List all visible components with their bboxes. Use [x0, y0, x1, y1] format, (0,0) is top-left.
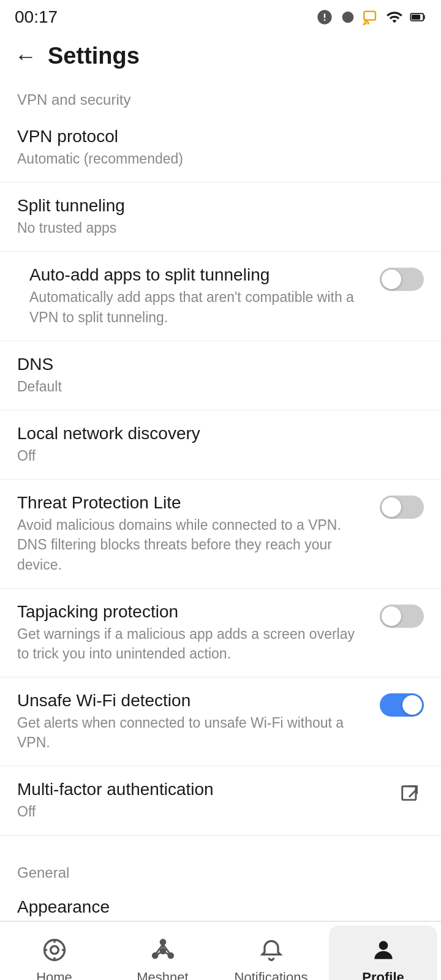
svg-rect-1	[364, 12, 375, 20]
tapjacking-toggle[interactable]	[380, 605, 424, 628]
toggle-knob	[382, 497, 401, 517]
external-link-icon	[398, 782, 424, 808]
svg-point-7	[44, 940, 64, 960]
tapjacking-subtitle: Get warnings if a malicious app adds a s…	[17, 624, 368, 663]
svg-point-22	[379, 941, 388, 950]
appearance-title: Appearance	[17, 897, 424, 917]
page-title: Settings	[48, 43, 140, 69]
threat-protection-title: Threat Protection Lite	[17, 493, 368, 513]
bottom-nav: Home Meshnet Notification	[0, 921, 441, 980]
back-button[interactable]: ←	[15, 43, 37, 69]
battery-icon	[409, 9, 426, 26]
cast-icon	[363, 9, 380, 26]
svg-rect-4	[412, 15, 420, 20]
toggle-knob	[382, 606, 401, 626]
tapjacking-title: Tapjacking protection	[17, 602, 368, 622]
threat-protection-item[interactable]: Threat Protection Lite Avoid malicious d…	[0, 480, 441, 589]
dns-title: DNS	[17, 355, 412, 374]
general-section: General Appearance	[0, 853, 441, 921]
notifications-icon	[257, 935, 286, 965]
nav-item-home[interactable]: Home	[0, 922, 108, 980]
auto-add-apps-subtitle: Automatically add apps that aren't compa…	[29, 287, 368, 326]
section-label-general: General	[0, 853, 441, 886]
unsafe-wifi-title: Unsafe Wi-Fi detection	[17, 691, 368, 710]
mfa-title: Multi-factor authentication	[17, 780, 386, 799]
appearance-item[interactable]: Appearance	[0, 886, 441, 921]
circle-icon	[339, 9, 356, 26]
status-bar: 00:17	[0, 0, 441, 32]
status-time: 00:17	[15, 7, 58, 27]
status-icons	[316, 9, 426, 26]
toggle-knob	[382, 270, 401, 289]
alert-icon	[316, 9, 333, 26]
nav-label-meshnet: Meshnet	[137, 970, 188, 980]
auto-add-apps-item[interactable]: Auto-add apps to split tunneling Automat…	[0, 252, 441, 341]
auto-add-apps-title: Auto-add apps to split tunneling	[29, 265, 368, 285]
unsafe-wifi-subtitle: Get alerts when connected to unsafe Wi-F…	[17, 713, 368, 752]
mfa-item[interactable]: Multi-factor authentication Off	[0, 766, 441, 835]
svg-point-8	[50, 946, 58, 954]
local-network-title: Local network discovery	[17, 424, 412, 443]
dns-subtitle: Default	[17, 377, 412, 396]
vpn-protocol-subtitle: Automatic (recommended)	[17, 149, 412, 168]
svg-point-0	[342, 12, 354, 23]
svg-point-2	[363, 23, 366, 26]
unsafe-wifi-toggle[interactable]	[380, 693, 424, 717]
meshnet-icon	[148, 935, 178, 965]
svg-point-13	[160, 940, 165, 944]
auto-add-apps-toggle[interactable]	[380, 268, 424, 291]
nav-item-notifications[interactable]: Notifications	[217, 922, 325, 980]
profile-icon	[369, 935, 398, 965]
split-tunneling-subtitle: No trusted apps	[17, 218, 412, 238]
local-network-subtitle: Off	[17, 446, 412, 466]
nav-label-home: Home	[36, 970, 72, 980]
nav-item-profile[interactable]: Profile	[329, 925, 437, 980]
tapjacking-item[interactable]: Tapjacking protection Get warnings if a …	[0, 589, 441, 677]
nav-item-meshnet[interactable]: Meshnet	[108, 922, 217, 980]
nav-label-profile: Profile	[362, 970, 404, 980]
nav-label-notifications: Notifications	[235, 970, 308, 980]
unsafe-wifi-item[interactable]: Unsafe Wi-Fi detection Get alerts when c…	[0, 677, 441, 766]
home-icon	[40, 935, 69, 965]
toggle-knob	[402, 695, 422, 715]
local-network-item[interactable]: Local network discovery Off	[0, 410, 441, 480]
dns-item[interactable]: DNS Default	[0, 341, 441, 410]
wifi-icon	[386, 9, 403, 26]
settings-list-vpn: VPN protocol Automatic (recommended) Spl…	[0, 113, 441, 836]
vpn-protocol-item[interactable]: VPN protocol Automatic (recommended)	[0, 113, 441, 183]
vpn-protocol-title: VPN protocol	[17, 127, 412, 146]
mfa-subtitle: Off	[17, 802, 386, 821]
section-label-vpn: VPN and security	[0, 80, 441, 113]
split-tunneling-title: Split tunneling	[17, 196, 412, 216]
threat-protection-toggle[interactable]	[380, 496, 424, 519]
split-tunneling-item[interactable]: Split tunneling No trusted apps	[0, 183, 441, 252]
threat-protection-subtitle: Avoid malicious domains while connected …	[17, 515, 368, 575]
header: ← Settings	[0, 32, 441, 80]
